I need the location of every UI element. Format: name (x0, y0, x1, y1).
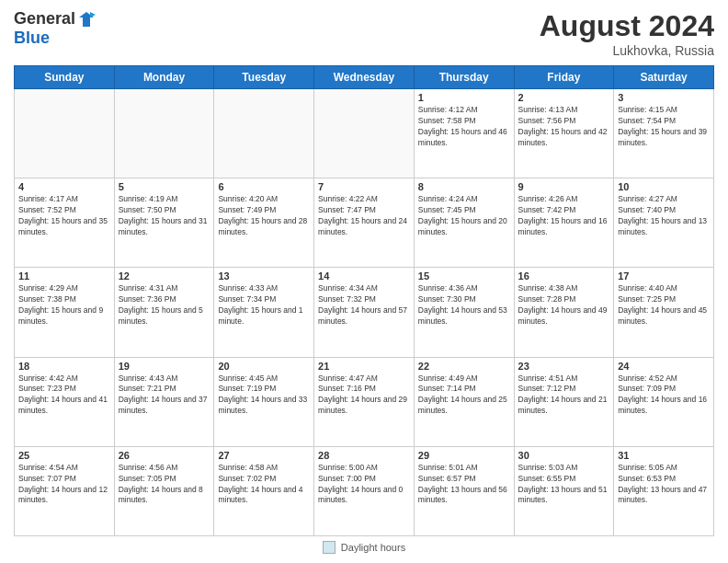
day-number: 17 (618, 270, 710, 282)
calendar-cell: 15Sunrise: 4:36 AM Sunset: 7:30 PM Dayli… (414, 268, 514, 357)
day-info: Sunrise: 4:43 AM Sunset: 7:21 PM Dayligh… (119, 373, 210, 418)
day-info: Sunrise: 5:01 AM Sunset: 6:57 PM Dayligh… (418, 463, 510, 507)
day-number: 4 (18, 181, 110, 192)
day-info: Sunrise: 4:31 AM Sunset: 7:36 PM Dayligh… (119, 283, 210, 327)
week-row-4: 18Sunrise: 4:42 AM Sunset: 7:23 PM Dayli… (15, 357, 714, 446)
calendar-cell: 13Sunrise: 4:33 AM Sunset: 7:34 PM Dayli… (214, 268, 314, 357)
day-number: 23 (518, 361, 610, 372)
day-info: Sunrise: 4:19 AM Sunset: 7:50 PM Dayligh… (119, 194, 210, 238)
calendar-cell: 19Sunrise: 4:43 AM Sunset: 7:21 PM Dayli… (114, 357, 214, 446)
calendar-cell: 9Sunrise: 4:26 AM Sunset: 7:42 PM Daylig… (514, 178, 614, 268)
calendar-cell: 25Sunrise: 4:54 AM Sunset: 7:07 PM Dayli… (15, 446, 115, 535)
day-number: 28 (318, 450, 410, 461)
calendar-cell: 29Sunrise: 5:01 AM Sunset: 6:57 PM Dayli… (414, 446, 514, 535)
day-number: 20 (218, 361, 310, 372)
day-number: 30 (518, 450, 610, 461)
day-info: Sunrise: 5:03 AM Sunset: 6:55 PM Dayligh… (518, 463, 610, 507)
calendar-cell: 3Sunrise: 4:15 AM Sunset: 7:54 PM Daylig… (614, 89, 714, 178)
day-info: Sunrise: 4:33 AM Sunset: 7:34 PM Dayligh… (218, 283, 310, 327)
day-info: Sunrise: 5:05 AM Sunset: 6:53 PM Dayligh… (618, 463, 710, 507)
day-number: 2 (518, 92, 610, 103)
day-info: Sunrise: 4:40 AM Sunset: 7:25 PM Dayligh… (618, 283, 710, 327)
calendar-cell: 24Sunrise: 4:52 AM Sunset: 7:09 PM Dayli… (614, 357, 714, 446)
day-number: 18 (18, 361, 110, 372)
logo-blue-text: Blue (14, 29, 50, 48)
day-info: Sunrise: 4:20 AM Sunset: 7:49 PM Dayligh… (218, 194, 310, 238)
day-info: Sunrise: 4:13 AM Sunset: 7:56 PM Dayligh… (518, 105, 610, 149)
calendar-cell (314, 89, 415, 178)
day-info: Sunrise: 4:36 AM Sunset: 7:30 PM Dayligh… (418, 283, 510, 327)
week-row-3: 11Sunrise: 4:29 AM Sunset: 7:38 PM Dayli… (15, 268, 714, 357)
page: General Blue August 2024 Lukhovka, Russi… (0, 0, 728, 563)
day-number: 13 (218, 270, 310, 282)
day-info: Sunrise: 4:17 AM Sunset: 7:52 PM Dayligh… (18, 194, 110, 238)
day-info: Sunrise: 4:54 AM Sunset: 7:07 PM Dayligh… (18, 463, 110, 507)
day-info: Sunrise: 4:47 AM Sunset: 7:16 PM Dayligh… (318, 373, 410, 418)
legend-box (323, 541, 336, 554)
day-number: 26 (119, 450, 210, 461)
calendar-cell: 18Sunrise: 4:42 AM Sunset: 7:23 PM Dayli… (15, 357, 115, 446)
day-number: 31 (618, 450, 710, 461)
col-monday: Monday (114, 66, 214, 89)
calendar-cell (114, 89, 214, 178)
calendar-cell (15, 89, 115, 178)
day-number: 7 (318, 181, 410, 192)
calendar-cell: 14Sunrise: 4:34 AM Sunset: 7:32 PM Dayli… (314, 268, 415, 357)
day-number: 16 (518, 270, 610, 282)
col-thursday: Thursday (414, 66, 514, 89)
day-number: 25 (18, 450, 110, 461)
day-number: 22 (418, 361, 510, 372)
calendar-cell: 16Sunrise: 4:38 AM Sunset: 7:28 PM Dayli… (514, 268, 614, 357)
day-info: Sunrise: 4:58 AM Sunset: 7:02 PM Dayligh… (218, 463, 310, 507)
calendar-location: Lukhovka, Russia (540, 43, 714, 58)
day-info: Sunrise: 4:49 AM Sunset: 7:14 PM Dayligh… (418, 373, 510, 418)
calendar-cell: 27Sunrise: 4:58 AM Sunset: 7:02 PM Dayli… (214, 446, 314, 535)
col-friday: Friday (514, 66, 614, 89)
logo: General Blue (14, 9, 96, 48)
week-row-1: 1Sunrise: 4:12 AM Sunset: 7:58 PM Daylig… (15, 89, 714, 178)
calendar-cell: 30Sunrise: 5:03 AM Sunset: 6:55 PM Dayli… (514, 446, 614, 535)
footer: Daylight hours (14, 541, 714, 554)
day-info: Sunrise: 4:38 AM Sunset: 7:28 PM Dayligh… (518, 283, 610, 327)
calendar-cell: 8Sunrise: 4:24 AM Sunset: 7:45 PM Daylig… (414, 178, 514, 268)
day-number: 15 (418, 270, 510, 282)
header-row: Sunday Monday Tuesday Wednesday Thursday… (15, 66, 714, 89)
calendar-cell: 4Sunrise: 4:17 AM Sunset: 7:52 PM Daylig… (15, 178, 115, 268)
day-info: Sunrise: 4:29 AM Sunset: 7:38 PM Dayligh… (18, 283, 110, 327)
day-number: 11 (18, 270, 110, 282)
col-sunday: Sunday (15, 66, 115, 89)
day-number: 1 (418, 92, 510, 103)
calendar-cell: 20Sunrise: 4:45 AM Sunset: 7:19 PM Dayli… (214, 357, 314, 446)
calendar-cell: 26Sunrise: 4:56 AM Sunset: 7:05 PM Dayli… (114, 446, 214, 535)
calendar-table: Sunday Monday Tuesday Wednesday Thursday… (14, 65, 714, 536)
calendar-cell: 31Sunrise: 5:05 AM Sunset: 6:53 PM Dayli… (614, 446, 714, 535)
day-info: Sunrise: 4:24 AM Sunset: 7:45 PM Dayligh… (418, 194, 510, 238)
calendar-cell: 1Sunrise: 4:12 AM Sunset: 7:58 PM Daylig… (414, 89, 514, 178)
calendar-title: August 2024 (540, 9, 714, 43)
calendar-cell: 23Sunrise: 4:51 AM Sunset: 7:12 PM Dayli… (514, 357, 614, 446)
calendar-cell: 7Sunrise: 4:22 AM Sunset: 7:47 PM Daylig… (314, 178, 415, 268)
day-number: 29 (418, 450, 510, 461)
day-number: 5 (119, 181, 210, 192)
calendar-cell: 22Sunrise: 4:49 AM Sunset: 7:14 PM Dayli… (414, 357, 514, 446)
day-info: Sunrise: 4:51 AM Sunset: 7:12 PM Dayligh… (518, 373, 610, 418)
calendar-cell: 10Sunrise: 4:27 AM Sunset: 7:40 PM Dayli… (614, 178, 714, 268)
day-number: 8 (418, 181, 510, 192)
calendar-cell: 11Sunrise: 4:29 AM Sunset: 7:38 PM Dayli… (15, 268, 115, 357)
day-info: Sunrise: 4:42 AM Sunset: 7:23 PM Dayligh… (18, 373, 110, 418)
title-block: August 2024 Lukhovka, Russia (540, 9, 714, 58)
calendar-cell: 2Sunrise: 4:13 AM Sunset: 7:56 PM Daylig… (514, 89, 614, 178)
day-info: Sunrise: 4:45 AM Sunset: 7:19 PM Dayligh… (218, 373, 310, 418)
col-tuesday: Tuesday (214, 66, 314, 89)
day-number: 19 (119, 361, 210, 372)
calendar-cell (214, 89, 314, 178)
day-info: Sunrise: 4:34 AM Sunset: 7:32 PM Dayligh… (318, 283, 410, 327)
day-number: 14 (318, 270, 410, 282)
calendar-cell: 17Sunrise: 4:40 AM Sunset: 7:25 PM Dayli… (614, 268, 714, 357)
day-number: 12 (119, 270, 210, 282)
day-number: 24 (618, 361, 710, 372)
header: General Blue August 2024 Lukhovka, Russi… (14, 9, 714, 58)
legend-label: Daylight hours (341, 542, 405, 553)
day-info: Sunrise: 4:15 AM Sunset: 7:54 PM Dayligh… (618, 105, 710, 149)
day-number: 6 (218, 181, 310, 192)
